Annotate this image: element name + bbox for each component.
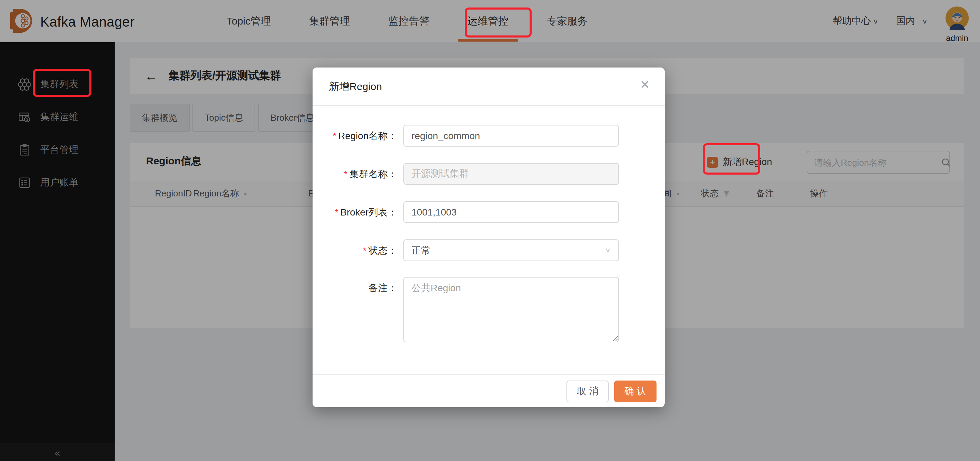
modal-footer: 取 消 确 认 bbox=[313, 374, 665, 407]
status-select[interactable]: 正常 ∨ bbox=[403, 239, 619, 261]
app-root: Kafka Manager Topic管理 集群管理 监控告警 运维管控 专家服… bbox=[0, 0, 980, 461]
field-label: *Broker列表： bbox=[313, 201, 403, 224]
field-label: *状态： bbox=[313, 239, 403, 262]
region-name-input[interactable] bbox=[403, 125, 619, 147]
form-row-region-name: *Region名称： bbox=[313, 125, 665, 147]
remark-textarea[interactable]: 公共Region bbox=[403, 277, 619, 342]
chevron-down-icon: ∨ bbox=[605, 242, 611, 258]
modal-title: 新增Region bbox=[329, 81, 382, 93]
modal-header: 新增Region ✕ bbox=[313, 68, 665, 106]
close-icon[interactable]: ✕ bbox=[640, 79, 650, 91]
form-row-remark: 备注： 公共Region bbox=[313, 277, 665, 345]
status-select-value: 正常 bbox=[412, 245, 431, 256]
field-label: 备注： bbox=[313, 277, 403, 345]
form-row-status: *状态： 正常 ∨ bbox=[313, 239, 665, 262]
cluster-name-input bbox=[403, 163, 619, 185]
add-region-modal: 新增Region ✕ *Region名称： *集群名称： *Broker列表： … bbox=[313, 68, 665, 407]
confirm-button[interactable]: 确 认 bbox=[614, 380, 657, 402]
field-label: *Region名称： bbox=[313, 125, 403, 147]
form-row-cluster-name: *集群名称： bbox=[313, 163, 665, 185]
cancel-button[interactable]: 取 消 bbox=[566, 380, 609, 402]
field-label: *集群名称： bbox=[313, 163, 403, 185]
form-row-broker-list: *Broker列表： bbox=[313, 201, 665, 224]
broker-list-input[interactable] bbox=[403, 201, 619, 223]
